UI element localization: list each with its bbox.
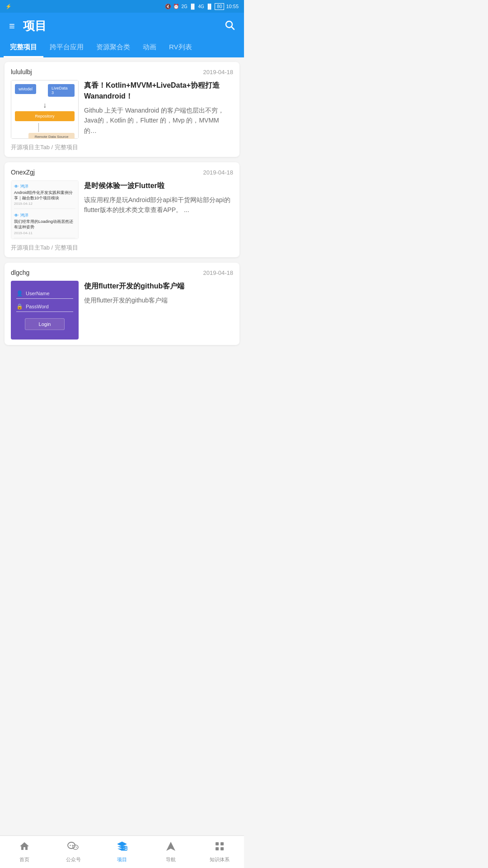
status-left: ⚡: [5, 4, 12, 9]
login-form-thumbnail: 👤 UserName 🔒 PassWord Login: [11, 281, 79, 340]
card-author-3: dlgchg: [11, 269, 29, 276]
mute-icon: 🔇: [165, 4, 171, 9]
card-date-3: 2019-04-18: [203, 269, 234, 276]
card-title-1: 真香！Kotlin+MVVM+LiveData+协程打造 Wanandroid！: [84, 80, 233, 102]
remote-datasource-box: Remote Data Source: [28, 133, 75, 139]
card-body-3: 👤 UserName 🔒 PassWord Login: [11, 281, 233, 340]
username-field-container: 👤 UserName: [16, 290, 73, 299]
article-item-1: 👁 鸿洋 Android组件化开发实践和案例分享｜融合数10个项目模块 2019…: [14, 184, 75, 209]
article-item-2: 👁 鸿洋 我们经常用的Loading动画居然还有这种姿势 2019-04-11: [14, 212, 75, 238]
repository-box: Repository: [15, 111, 75, 121]
search-button[interactable]: [224, 19, 235, 33]
card-header-1: lulululbj 2019-04-18: [11, 68, 233, 75]
eye-icon-2: 👁: [14, 213, 19, 218]
hamburger-menu-button[interactable]: ≡: [9, 20, 15, 32]
time-display: 10:55: [226, 4, 239, 9]
tab-complete-projects[interactable]: 完整项目: [4, 38, 43, 57]
card-thumb-2: 👁 鸿洋 Android组件化开发实践和案例分享｜融合数10个项目模块 2019…: [11, 180, 79, 239]
login-button[interactable]: Login: [25, 318, 65, 330]
signal-bars-2: ▐▌: [206, 4, 213, 9]
category-tabs: 完整项目 跨平台应用 资源聚合类 动画 RV列表: [0, 38, 244, 57]
project-card-2[interactable]: OnexZgj 2019-04-18 👁 鸿洋 Android组件化开发实践和案…: [5, 162, 239, 257]
battery-icon: 80: [215, 3, 224, 10]
tab-resource-aggregate[interactable]: 资源聚合类: [90, 38, 136, 57]
card-thumb-1: wModel LiveData 3 ↓ Repository Remote Da…: [11, 80, 79, 139]
username-label: UserName: [26, 291, 50, 296]
eye-icon-1: 👁: [14, 184, 19, 189]
card-date-2: 2019-04-18: [203, 169, 234, 176]
card-text-3: 使用flutter开发的github客户端 使用flutter开发的github…: [84, 281, 233, 340]
tab-cross-platform[interactable]: 跨平台应用: [43, 38, 90, 57]
articles-thumbnail: 👁 鸿洋 Android组件化开发实践和案例分享｜融合数10个项目模块 2019…: [11, 180, 79, 239]
card-footer-2: 开源项目主Tab / 完整项目: [11, 244, 233, 252]
card-title-2: 是时候体验一波Flutter啦: [84, 180, 233, 191]
mvvm-diagram: wModel LiveData 3 ↓ Repository Remote Da…: [11, 80, 79, 139]
arrow-down-1: ↓: [15, 101, 75, 109]
card-header-2: OnexZgj 2019-04-18: [11, 169, 233, 176]
app-header: ≡ 项目: [0, 13, 244, 38]
password-field-container: 🔒 PassWord: [16, 303, 73, 312]
card-thumb-3: 👤 UserName 🔒 PassWord Login: [11, 281, 79, 340]
header-left: ≡ 项目: [9, 18, 47, 34]
article-title-small-2: 我们经常用的Loading动画居然还有这种姿势: [14, 219, 75, 230]
content-area: lulululbj 2019-04-18 wModel LiveData 3 ↓…: [0, 57, 244, 387]
article-date-small-2: 2019-04-11: [14, 231, 75, 235]
article-author-name-2: 鸿洋: [20, 212, 28, 218]
card-desc-2: 该应用程序是玩Android部分api和干货网站部分api的flutter版本的…: [84, 195, 233, 215]
signal-4g: 4G: [198, 4, 204, 9]
project-card-3[interactable]: dlgchg 2019-04-18 👤 UserName 🔒: [5, 263, 239, 345]
card-author-2: OnexZgj: [11, 169, 35, 176]
usb-icon: ⚡: [5, 4, 12, 9]
page-title: 项目: [23, 18, 47, 34]
card-desc-1: Github 上关于 Wanandroid 的客户端也层出不穷，Java的，Ko…: [84, 105, 233, 136]
card-title-3: 使用flutter开发的github客户端: [84, 281, 233, 292]
article-title-small-1: Android组件化开发实践和案例分享｜融合数10个项目模块: [14, 190, 75, 201]
user-icon: 👤: [16, 290, 23, 297]
card-header-3: dlgchg 2019-04-18: [11, 269, 233, 276]
livedata-box: LiveData 3: [48, 84, 75, 97]
password-label: PassWord: [26, 304, 49, 309]
status-bar: ⚡ 🔇 ⏰ 2G ▐▌ 4G ▐▌ 80 10:55: [0, 0, 244, 13]
article-author-row-1: 👁 鸿洋: [14, 184, 75, 189]
card-text-2: 是时候体验一波Flutter啦 该应用程序是玩Android部分api和干货网站…: [84, 180, 233, 239]
article-author-name-1: 鸿洋: [20, 184, 28, 189]
tab-animation[interactable]: 动画: [136, 38, 163, 57]
card-author-1: lulululbj: [11, 68, 32, 75]
project-card-1[interactable]: lulululbj 2019-04-18 wModel LiveData 3 ↓…: [5, 62, 239, 157]
tab-rv-list[interactable]: RV列表: [163, 38, 198, 57]
card-body-2: 👁 鸿洋 Android组件化开发实践和案例分享｜融合数10个项目模块 2019…: [11, 180, 233, 239]
alarm-icon: ⏰: [173, 4, 179, 9]
article-date-small-1: 2019-04-12: [14, 202, 75, 206]
signal-bars-1: ▐▌: [189, 4, 197, 9]
card-date-1: 2019-04-18: [203, 69, 234, 75]
lock-icon: 🔒: [16, 303, 23, 310]
viewmodel-box: wModel: [15, 84, 36, 94]
card-body-1: wModel LiveData 3 ↓ Repository Remote Da…: [11, 80, 233, 139]
status-right: 🔇 ⏰ 2G ▐▌ 4G ▐▌ 80 10:55: [165, 3, 239, 10]
signal-2g: 2G: [181, 4, 187, 9]
card-desc-3: 使用flutter开发的github客户端: [84, 295, 233, 305]
article-author-row-2: 👁 鸿洋: [14, 212, 75, 218]
svg-line-1: [232, 27, 235, 29]
card-text-1: 真香！Kotlin+MVVM+LiveData+协程打造 Wanandroid！…: [84, 80, 233, 139]
card-footer-1: 开源项目主Tab / 完整项目: [11, 143, 233, 151]
